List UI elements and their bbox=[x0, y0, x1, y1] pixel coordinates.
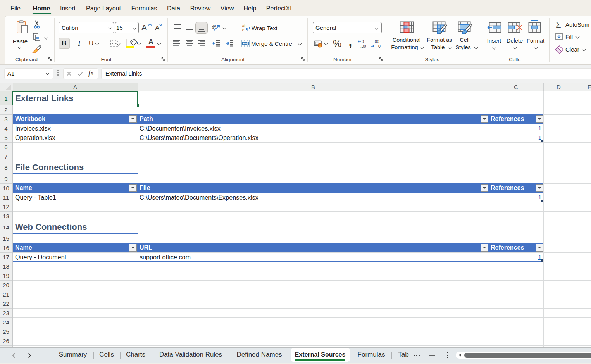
svg-text:ab: ab bbox=[242, 24, 247, 28]
svg-text:.00: .00 bbox=[374, 39, 379, 44]
svg-text:c: c bbox=[242, 28, 244, 32]
svg-text:0: 0 bbox=[362, 39, 364, 44]
svg-text:0: 0 bbox=[378, 44, 381, 48]
svg-text:.00: .00 bbox=[360, 44, 366, 48]
